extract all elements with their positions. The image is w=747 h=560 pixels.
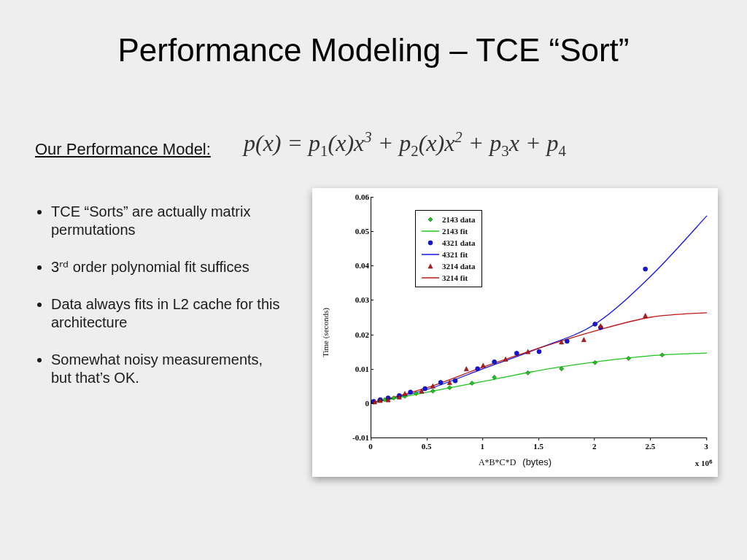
x-axis-multiplier: x 10⁶ bbox=[695, 459, 712, 468]
legend-item: 3214 data bbox=[420, 260, 476, 272]
svg-point-12 bbox=[565, 339, 569, 343]
legend-label: 2143 data bbox=[441, 215, 476, 224]
bullet-item: TCE “Sorts” are actually matrix permutat… bbox=[51, 203, 283, 239]
y-tick-label: 0 bbox=[340, 399, 369, 408]
svg-point-10 bbox=[514, 351, 519, 356]
legend-item: 3214 fit bbox=[420, 272, 476, 284]
y-tick-label: -0.01 bbox=[340, 433, 369, 442]
y-tick-label: 0.04 bbox=[340, 261, 369, 270]
x-tick-label: 2.5 bbox=[645, 442, 655, 451]
slide: Performance Modeling – TCE “Sort” Our Pe… bbox=[0, 0, 747, 560]
x-tick-label: 0.5 bbox=[422, 442, 432, 451]
legend-item: 2143 data bbox=[420, 214, 476, 225]
x-tick-label: 2 bbox=[592, 442, 597, 451]
legend-item: 4321 fit bbox=[420, 249, 476, 260]
svg-point-9 bbox=[492, 359, 497, 364]
y-axis-label: Time (seconds) bbox=[321, 308, 330, 357]
chart-panel: Time (seconds) 2143 data2143 fit4321 dat… bbox=[312, 188, 718, 477]
slide-title: Performance Modeling – TCE “Sort” bbox=[0, 32, 747, 69]
bullet-item: Somewhat noisy measurements, but that’s … bbox=[51, 351, 283, 387]
x-tick-label: 1 bbox=[481, 442, 485, 451]
svg-point-11 bbox=[537, 349, 541, 354]
x-tick-label: 1.5 bbox=[533, 442, 543, 451]
model-label: Our Performance Model: bbox=[35, 140, 211, 159]
bullet-list: TCE “Sorts” are actually matrix permutat… bbox=[35, 203, 283, 406]
bullet-item: Data always fits in L2 cache for this ar… bbox=[51, 295, 283, 332]
legend-item: 2143 fit bbox=[420, 225, 476, 237]
y-tick-label: 0.06 bbox=[340, 192, 369, 201]
svg-point-17 bbox=[428, 241, 433, 245]
x-tick-label: 0 bbox=[368, 442, 373, 451]
y-tick-label: 0.02 bbox=[340, 330, 369, 339]
x-axis-label: A*B*C*D (bytes) bbox=[312, 456, 718, 468]
legend-item: 4321 data bbox=[420, 237, 476, 249]
model-formula: p(x) = p1(x)x3 + p2(x)x2 + p3x + p4 bbox=[244, 128, 566, 160]
legend-label: 3214 fit bbox=[441, 273, 468, 282]
svg-point-13 bbox=[593, 322, 597, 326]
svg-point-4 bbox=[409, 390, 413, 394]
svg-point-15 bbox=[643, 267, 648, 271]
plot-area: 2143 data2143 fit4321 data4321 fit3214 d… bbox=[371, 197, 707, 438]
x-tick-label: 3 bbox=[704, 442, 708, 451]
svg-point-8 bbox=[476, 367, 480, 371]
legend-label: 2143 fit bbox=[441, 227, 468, 236]
legend-label: 4321 fit bbox=[441, 250, 468, 259]
bullet-item: 3ʳᵈ order polynomial fit suffices bbox=[51, 258, 283, 276]
svg-point-6 bbox=[438, 381, 443, 385]
legend: 2143 data2143 fit4321 data4321 fit3214 d… bbox=[415, 210, 482, 287]
y-tick-label: 0.05 bbox=[340, 227, 369, 236]
svg-point-7 bbox=[453, 378, 457, 383]
y-tick-label: 0.03 bbox=[340, 295, 369, 304]
svg-point-5 bbox=[423, 386, 427, 391]
legend-label: 4321 data bbox=[441, 238, 476, 247]
y-tick-label: 0.01 bbox=[340, 365, 369, 373]
legend-label: 3214 data bbox=[441, 262, 476, 271]
